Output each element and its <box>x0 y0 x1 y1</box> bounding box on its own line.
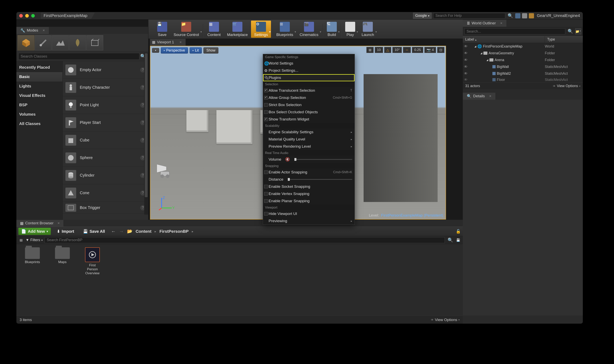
snap-angle-value[interactable]: 10° <box>392 47 402 53</box>
visibility-icon[interactable]: 👁 <box>463 78 469 82</box>
mode-place[interactable] <box>18 35 34 50</box>
import-button[interactable]: ⬇ Import <box>54 228 77 235</box>
outliner-header[interactable]: Label▴ Type <box>463 36 583 43</box>
lock-icon[interactable]: 🔓 <box>456 229 461 234</box>
view-options-button[interactable]: View Options <box>553 84 580 88</box>
viewport-tab[interactable]: ▦ Viewport 1 × <box>150 39 186 46</box>
actor-empty-actor[interactable]: Empty Actor? <box>63 61 148 79</box>
nav-forward[interactable]: → <box>119 229 124 234</box>
notify-icon[interactable] <box>515 13 520 18</box>
visibility-icon[interactable]: 👁 <box>463 65 469 69</box>
menu-previewing[interactable]: Previewing▸ <box>263 217 355 224</box>
actor-empty-character[interactable]: Empty Character? <box>63 79 148 96</box>
mode-landscape[interactable] <box>52 35 69 50</box>
cat-bsp[interactable]: BSP <box>16 100 62 110</box>
content-button[interactable]: ▦Content <box>204 21 224 38</box>
cat-basic[interactable]: Basic <box>16 72 62 81</box>
cat-all-classes[interactable]: All Classes <box>16 119 62 129</box>
expand-icon[interactable]: ◢ <box>480 52 482 54</box>
help-search-input[interactable] <box>433 13 505 19</box>
maximize-window[interactable] <box>31 14 35 18</box>
viewport-options[interactable]: ▾ <box>152 48 159 53</box>
visibility-icon[interactable]: 👁 <box>463 51 469 55</box>
cat-visual-effects[interactable]: Visual Effects <box>16 91 62 100</box>
outliner-row[interactable]: 👁◢ArenaGeometryFolder <box>463 50 583 57</box>
marketplace-button[interactable]: 🛒Marketplace <box>224 21 251 38</box>
close-icon[interactable]: × <box>180 40 182 44</box>
save-button[interactable]: 💾Save <box>154 21 170 38</box>
visibility-icon[interactable]: 👁 <box>463 58 469 62</box>
actor-box-trigger[interactable]: Box Trigger? <box>63 202 148 214</box>
breadcrumb-content[interactable]: Content <box>136 229 151 234</box>
actor-point-light[interactable]: Point Light? <box>63 96 148 114</box>
cat-lights[interactable]: Lights <box>16 81 62 91</box>
menu-vertex-snapping[interactable]: Enable Vertex Snapping <box>263 190 355 197</box>
menu-allow-translucent[interactable]: Allow Translucent SelectionT <box>263 87 355 94</box>
cinematics-button[interactable]: 🎬Cinematics▾ <box>296 21 322 38</box>
actor-cube[interactable]: Cube? <box>63 131 148 149</box>
distance-slider[interactable] <box>288 179 352 180</box>
view-options-button[interactable]: View Options <box>431 318 460 322</box>
menu-actor-snapping[interactable]: Enable Actor SnappingCmd+Shift+K <box>263 169 355 176</box>
mode-paint[interactable] <box>35 35 52 50</box>
menu-plugins[interactable]: 🔌Plugins <box>263 74 355 81</box>
play-button[interactable]: ▶Play▾ <box>342 21 358 38</box>
search-icon[interactable]: 🔍 <box>507 12 514 19</box>
save-all-button[interactable]: 💾 Save All <box>80 228 108 235</box>
menu-show-transform[interactable]: Show Transform Widget <box>263 116 355 123</box>
outliner-row[interactable]: 👁◢ArenaFolder <box>463 57 583 63</box>
snap-grid-value[interactable]: 10 <box>375 47 383 53</box>
menu-volume[interactable]: Volume🔇 <box>263 156 355 163</box>
nav-back[interactable]: ← <box>111 229 116 234</box>
filters-button[interactable]: ▼ Filters <box>26 238 43 242</box>
content-browser-tab[interactable]: ▦ Content Browser × <box>16 220 63 227</box>
cat-volumes[interactable]: Volumes <box>16 110 62 119</box>
visibility-icon[interactable]: 👁 <box>463 72 469 76</box>
search-icon[interactable]: 🔍 <box>567 28 573 35</box>
level-name[interactable]: FirstPersonExampleMap (Persistent) <box>381 213 443 217</box>
viewport-perspective[interactable]: ▸Perspective <box>161 47 188 53</box>
actor-player-start[interactable]: Player Start? <box>63 114 148 131</box>
actor-cylinder[interactable]: Cylinder? <box>63 167 148 184</box>
camera-speed[interactable]: 📷 4 <box>424 47 436 53</box>
help-search-provider[interactable]: Google <box>413 13 432 19</box>
menu-strict-box[interactable]: Strict Box Selection <box>263 101 355 108</box>
menu-hide-viewport-ui[interactable]: Hide Viewport UI <box>263 210 355 217</box>
outliner-row[interactable]: 👁BigWallStaticMeshAct <box>463 63 583 70</box>
outliner-row[interactable]: 👁FloorStaticMeshAct <box>463 77 583 82</box>
menu-project-settings[interactable]: ⚙Project Settings... <box>263 67 355 74</box>
actor-sphere[interactable]: Sphere? <box>63 149 148 167</box>
source-control-button[interactable]: 📁Source Control▾ <box>170 21 202 38</box>
map-title-tab[interactable]: FirstPersonExampleMap <box>41 13 96 19</box>
visibility-icon[interactable]: 👁 <box>463 44 469 49</box>
close-icon[interactable]: × <box>58 221 60 225</box>
expand-icon[interactable]: ◢ <box>474 45 476 48</box>
sources-toggle[interactable]: ▤ <box>18 237 24 243</box>
cb-folder-blueprints[interactable]: Blueprints <box>20 247 44 275</box>
breadcrumb-firstpersonbp[interactable]: FirstPersonBP <box>159 229 189 234</box>
menu-socket-snapping[interactable]: Enable Socket Snapping <box>263 183 355 190</box>
details-tab[interactable]: 🔍 Details × <box>463 93 495 100</box>
outliner-row[interactable]: 👁◢🌐FirstPersonExampleMapWorld <box>463 43 583 50</box>
close-window[interactable] <box>19 14 23 18</box>
add-new-button[interactable]: 📄 Add New <box>18 228 51 235</box>
snap-grid-toggle[interactable]: ⊞ <box>366 47 374 53</box>
menu-box-occluded[interactable]: Box Select Occluded Objects <box>263 108 355 116</box>
save-search-icon[interactable]: 💾 <box>456 237 461 243</box>
outliner-search-input[interactable] <box>464 28 565 34</box>
search-classes-input[interactable] <box>18 53 139 60</box>
outliner-tab[interactable]: ≣ World Outliner × <box>463 20 506 27</box>
viewport-lit[interactable]: ▸Lit <box>190 47 202 53</box>
mode-foliage[interactable] <box>69 35 86 50</box>
actor-cone[interactable]: Cone? <box>63 184 148 202</box>
close-icon[interactable]: × <box>500 21 502 25</box>
volume-slider[interactable] <box>294 159 352 160</box>
menu-world-settings[interactable]: 🌐World Settings <box>263 60 355 67</box>
cat-recently-placed[interactable]: Recently Placed <box>16 63 62 72</box>
expand-icon[interactable]: ◢ <box>486 59 488 61</box>
close-icon[interactable]: × <box>43 28 45 33</box>
cb-folder-maps[interactable]: Maps <box>50 247 74 275</box>
settings-button[interactable]: ⚙Settings▾ <box>251 21 271 38</box>
build-button[interactable]: 🏗Build▾ <box>324 21 340 38</box>
menu-preview-rendering[interactable]: Preview Rendering Level▸ <box>263 143 355 150</box>
